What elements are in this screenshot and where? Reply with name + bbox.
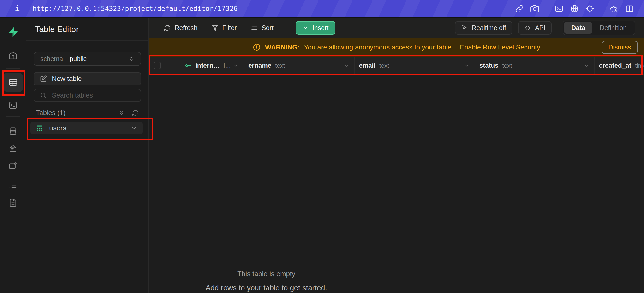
globe-icon[interactable] [570,4,579,13]
column-name: status [480,62,498,69]
select-all-checkbox[interactable] [154,62,161,69]
puzzle-icon[interactable] [610,4,618,13]
cursor-arrow-icon [461,25,468,31]
schema-select-value: public [70,55,87,63]
column-header-email[interactable]: email text [355,57,475,75]
edit-icon [40,75,47,82]
rail-divider [6,69,20,69]
table-icon [36,124,44,132]
sort-icon [251,24,258,32]
column-name: email [359,62,376,69]
chevron-down-icon[interactable] [131,125,137,131]
sidebar-item-table-editor[interactable] [4,73,23,92]
topbar-separator [546,4,547,14]
column-header-created-at[interactable]: created_at timestamptz [594,57,644,75]
tab-data[interactable]: Data [564,22,593,34]
supabase-logo-icon[interactable] [7,26,19,38]
url-text: http://127.0.0.1:54323/project/default/e… [33,5,238,12]
rail-divider [6,117,20,117]
table-list-item-users[interactable]: users [30,122,142,135]
refresh-button[interactable]: Refresh [164,24,198,32]
schema-select-label: schema [40,55,63,63]
table-name: users [49,124,66,132]
filter-label: Filter [222,24,237,32]
camera-icon[interactable] [530,4,539,13]
search-tables-input[interactable] [51,91,130,99]
sidebar-item-docs[interactable] [8,198,18,207]
schema-select[interactable]: schema public [34,52,141,66]
rail-divider [6,176,20,176]
tables-section-header: Tables (1) [36,109,139,117]
column-type: text [379,62,389,69]
search-tables-box [34,89,141,102]
column-type: i… [224,62,231,69]
filter-icon [212,24,218,32]
toolbar-dotted-separator [557,22,558,34]
topbar-icon-group [516,4,634,14]
topbar-separator [602,4,602,14]
column-name: created_at [599,62,631,69]
sort-button[interactable]: Sort [251,24,274,32]
chevron-down-icon[interactable] [464,63,470,69]
grid-toolbar: Refresh Filter Sort Insert [149,18,644,38]
column-name: intern… [195,62,220,69]
grid-header-row: intern… i… ername text email text status… [149,57,644,75]
sidebar-item-logs[interactable] [8,181,18,190]
refresh-tables-icon[interactable] [132,110,139,116]
nav-rail [0,18,26,293]
new-table-label: New table [52,75,82,83]
collapse-all-icon[interactable] [118,110,125,116]
crosshair-icon[interactable] [586,4,594,13]
split-view-icon[interactable] [625,4,634,13]
rls-warning-banner: WARNING: You are allowing anonymous acce… [149,38,644,57]
select-all-cell [149,57,180,75]
sidebar-item-storage[interactable] [8,161,18,170]
sidebar-item-database[interactable] [8,127,18,136]
chevron-down-icon[interactable] [344,63,349,69]
primary-key-icon [185,62,192,69]
terminal-icon[interactable] [555,4,564,13]
sidebar-item-authentication[interactable] [8,144,18,153]
tab-definition[interactable]: Definition [592,22,634,34]
dismiss-button[interactable]: Dismiss [602,41,638,54]
main-content: Refresh Filter Sort Insert [149,18,644,293]
sidebar-item-sql-editor[interactable] [8,101,18,110]
empty-state-subtitle: Add rows to your table to get started. [194,284,338,292]
empty-state-title: This table is empty [194,270,338,278]
column-header-status[interactable]: status text [475,57,594,75]
api-button[interactable]: API [518,21,552,35]
column-header-internal-id[interactable]: intern… i… [180,57,244,75]
enable-rls-link[interactable]: Enable Row Level Security [460,44,540,51]
sidebar-item-home[interactable] [8,51,18,60]
view-mode-tabs: Data Definition [563,21,635,35]
column-header-username[interactable]: ername text [244,57,355,75]
column-type: text [502,62,512,69]
realtime-toggle-button[interactable]: Realtime off [455,21,512,35]
grid-body: This table is empty Add rows to your tab… [149,75,644,293]
browser-top-bar: i http://127.0.0.1:54323/project/default… [0,0,644,18]
filter-button[interactable]: Filter [212,24,237,32]
column-type: text [275,62,285,69]
api-label: API [535,24,546,32]
chevron-down-icon[interactable] [584,63,589,69]
insert-button[interactable]: Insert [296,21,336,35]
search-icon [40,92,46,99]
new-table-button[interactable]: New table [34,72,141,86]
column-name: ername [248,62,271,69]
insert-label: Insert [312,24,329,32]
column-type: timestamptz [635,62,644,69]
page-title: Table Editor [35,25,79,34]
link-icon[interactable] [516,5,524,13]
chevron-down-icon [302,25,308,31]
info-icon: i [15,4,20,13]
realtime-label: Realtime off [472,24,506,32]
empty-state: This table is empty Add rows to your tab… [194,270,338,293]
chevron-down-icon[interactable] [233,63,239,69]
sidebar-header: Table Editor [26,18,148,41]
chevron-up-down-icon [128,56,134,62]
toolbar-separator [287,22,288,33]
refresh-label: Refresh [175,24,198,32]
table-editor-sidebar: Table Editor schema public New table Tab… [26,18,149,293]
warning-message: You are allowing anonymous access to you… [304,44,453,51]
tables-heading: Tables (1) [36,109,66,117]
